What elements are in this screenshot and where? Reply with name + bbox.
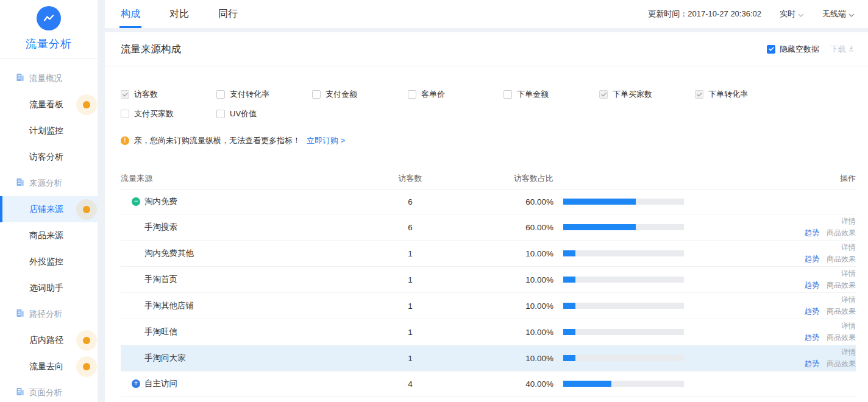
- warning-icon: [121, 136, 129, 145]
- traffic-source-table: 流量来源 访客数 访客数占比 操作 淘内免费 6 60.00%: [121, 168, 856, 397]
- ratio-bar: [563, 329, 684, 335]
- sidebar-item-instore-path[interactable]: 店内路径: [0, 327, 98, 353]
- col-operations: 操作: [712, 173, 856, 184]
- product-effect-link[interactable]: 商品效果: [827, 255, 856, 263]
- tabs: 构成 对比 同行: [121, 0, 238, 28]
- update-time: 更新时间：2017-10-27 20:36:02: [648, 9, 761, 19]
- ratio-bar: [563, 199, 684, 205]
- metric-payment-buyers[interactable]: 支付买家数: [121, 108, 216, 120]
- product-effect-link[interactable]: 商品效果: [827, 307, 856, 316]
- sidebar-section-page-analysis: 页面分析: [0, 379, 98, 402]
- ratio-bar: [563, 224, 684, 230]
- detail-link[interactable]: 详情: [841, 322, 856, 330]
- trend-link[interactable]: 趋势: [805, 333, 819, 342]
- checkbox-checked-icon: [121, 90, 129, 99]
- sidebar-item-shop-source[interactable]: 店铺来源: [0, 196, 98, 222]
- detail-link[interactable]: 详情: [841, 217, 856, 225]
- table-row-shoutao-wenda: 手淘问大家 1 10.00% 详情 趋势商品效果: [121, 345, 856, 372]
- download-button[interactable]: 下载: [830, 44, 855, 55]
- sidebar-item-traffic-board[interactable]: 流量看板: [0, 91, 98, 118]
- expand-icon[interactable]: [132, 379, 140, 388]
- checkbox-checked-icon: [767, 45, 775, 54]
- app-title: 流量分析: [0, 37, 98, 51]
- sidebar-section-path-analysis: 路径分析: [0, 301, 98, 327]
- topbar-right: 更新时间：2017-10-27 20:36:02 实时 无线端: [648, 9, 855, 19]
- sidebar-item-keyword-assistant[interactable]: 选词助手: [0, 275, 98, 301]
- top-tabbar: 构成 对比 同行 更新时间：2017-10-27 20:36:02 实时 无线端: [105, 0, 868, 28]
- detail-link[interactable]: 详情: [841, 295, 856, 304]
- detail-link[interactable]: 详情: [841, 269, 856, 278]
- building-icon: [16, 73, 24, 83]
- trend-link[interactable]: 趋势: [805, 255, 819, 263]
- product-effect-link[interactable]: 商品效果: [827, 281, 856, 289]
- metric-checkbox-group: 访客数 支付转化率 支付金额 客单价 下单金额: [121, 88, 856, 120]
- chevron-down-icon: [848, 10, 855, 19]
- sidebar-section-label: 路径分析: [29, 309, 62, 320]
- logo-area: 流量分析: [0, 0, 98, 59]
- table-row-shoutao-wangxin: 手淘旺信 1 10.00% 详情 趋势商品效果: [121, 319, 856, 345]
- checkbox-icon: [503, 90, 512, 99]
- table-row-taonei-free-other: 淘内免费其他 1 10.00% 详情 趋势商品效果: [121, 241, 856, 267]
- device-dropdown[interactable]: 无线端: [822, 9, 855, 19]
- metric-payment-amount[interactable]: 支付金额: [312, 88, 408, 100]
- chevron-down-icon: [798, 10, 804, 19]
- metric-order-buyers[interactable]: 下单买家数: [599, 88, 695, 100]
- panel-header: 流量来源构成 隐藏空数据 下载: [105, 32, 868, 66]
- detail-link[interactable]: 详情: [841, 243, 856, 252]
- metric-avg-order-value[interactable]: 客单价: [408, 88, 503, 100]
- sidebar-section-source-analysis: 来源分析: [0, 170, 98, 196]
- notification-dot: [76, 94, 97, 115]
- product-effect-link[interactable]: 商品效果: [827, 228, 856, 237]
- checkbox-icon: [408, 90, 416, 99]
- tab-peers[interactable]: 同行: [218, 0, 238, 28]
- line-chart-logo-icon: [37, 6, 61, 30]
- checkbox-icon: [312, 90, 321, 99]
- sidebar: 流量分析 流量概况 流量看板 计划监控 访客分析 来源分析 店铺来源: [0, 0, 98, 402]
- sidebar-item-visitor-analysis[interactable]: 访客分析: [0, 144, 98, 170]
- product-effect-link[interactable]: 商品效果: [827, 333, 856, 342]
- col-ratio: 访客数占比: [444, 173, 553, 184]
- tab-composition[interactable]: 构成: [121, 0, 140, 28]
- panel-title: 流量来源构成: [121, 43, 181, 56]
- app-root: 流量分析 流量概况 流量看板 计划监控 访客分析 来源分析 店铺来源: [0, 0, 868, 402]
- building-icon: [16, 309, 24, 319]
- metric-order-conversion[interactable]: 下单转化率: [695, 88, 791, 100]
- sidebar-item-product-source[interactable]: 商品来源: [0, 222, 98, 249]
- checkbox-icon: [216, 110, 225, 118]
- checkbox-icon: [121, 110, 129, 118]
- hide-empty-checkbox[interactable]: 隐藏空数据: [767, 44, 819, 55]
- sidebar-item-external-monitor[interactable]: 外投监控: [0, 249, 98, 275]
- main-content: 构成 对比 同行 更新时间：2017-10-27 20:36:02 实时 无线端…: [105, 0, 868, 402]
- ratio-bar: [563, 303, 684, 309]
- tab-compare[interactable]: 对比: [169, 0, 189, 28]
- subscription-notice: 亲，您尚未订购流量纵横，无法查看更多指标！ 立即订购 >: [121, 135, 868, 147]
- detail-link[interactable]: 详情: [841, 348, 856, 356]
- trend-link[interactable]: 趋势: [805, 359, 819, 368]
- download-icon: [848, 44, 855, 54]
- metric-payment-conversion[interactable]: 支付转化率: [216, 88, 312, 100]
- trend-link[interactable]: 趋势: [805, 228, 819, 237]
- col-source: 流量来源: [121, 173, 377, 184]
- metric-visitors[interactable]: 访客数: [121, 88, 216, 100]
- sidebar-item-traffic-destination[interactable]: 流量去向: [0, 353, 98, 379]
- table-row-taonei-free: 淘内免费 6 60.00%: [121, 189, 856, 214]
- collapse-icon[interactable]: [132, 197, 140, 206]
- product-effect-link[interactable]: 商品效果: [827, 359, 856, 368]
- realtime-dropdown[interactable]: 实时: [780, 9, 804, 19]
- notification-dot: [76, 330, 97, 351]
- sidebar-section-traffic-overview: 流量概况: [0, 65, 98, 91]
- ratio-bar: [563, 277, 684, 283]
- building-icon: [16, 387, 24, 398]
- sidebar-section-label: 流量概况: [29, 73, 62, 84]
- notification-dot: [76, 199, 97, 220]
- trend-link[interactable]: 趋势: [805, 281, 819, 289]
- trend-link[interactable]: 趋势: [805, 307, 819, 316]
- sidebar-item-plan-monitor[interactable]: 计划监控: [0, 118, 98, 144]
- metric-order-amount[interactable]: 下单金额: [503, 88, 599, 100]
- traffic-source-panel: 流量来源构成 隐藏空数据 下载 访客数: [105, 32, 868, 402]
- building-icon: [16, 178, 24, 188]
- subscribe-now-link[interactable]: 立即订购 >: [307, 135, 345, 146]
- notice-text: 亲，您尚未订购流量纵横，无法查看更多指标！: [134, 135, 301, 146]
- table-row-shoutao-other-shop: 手淘其他店铺 1 10.00% 详情 趋势商品效果: [121, 293, 856, 319]
- metric-uv-value[interactable]: UV价值: [216, 108, 312, 120]
